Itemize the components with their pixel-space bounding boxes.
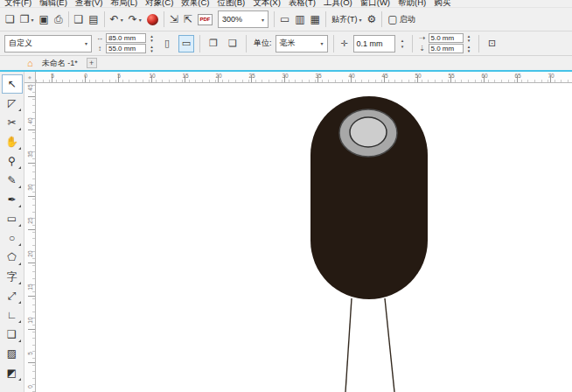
menu-item[interactable]: 购买 bbox=[434, 0, 450, 7]
document-tab[interactable]: 未命名 -1* bbox=[38, 56, 82, 70]
ruler-origin[interactable]: ⌖ bbox=[24, 72, 36, 83]
transparency-tool[interactable]: ▨ bbox=[2, 344, 23, 363]
bezier-tool[interactable]: ✒ bbox=[2, 190, 23, 209]
page-preset-combo[interactable]: 自定义 ▾ bbox=[4, 35, 92, 52]
menu-item[interactable]: 布局(L) bbox=[110, 0, 137, 7]
print-button[interactable]: ⎙ bbox=[52, 10, 66, 29]
nudge-stepper[interactable]: ▴▾ bbox=[399, 38, 407, 50]
ruler-label: 15 bbox=[169, 72, 202, 82]
export-button[interactable]: ⇱ bbox=[181, 10, 195, 29]
text-tool[interactable]: 字 bbox=[2, 267, 23, 286]
separator bbox=[274, 11, 275, 27]
menu-item[interactable]: 表格(T) bbox=[289, 0, 316, 7]
landscape-icon: ▭ bbox=[182, 38, 191, 49]
app-window: 文件(F)编辑(E)查看(V)布局(L)对象(C)效果(C)位图(B)文本(X)… bbox=[0, 0, 572, 392]
pan-tool[interactable]: ✋ bbox=[2, 132, 23, 151]
ellipse-tool[interactable]: ○ bbox=[2, 228, 23, 248]
current-page-button[interactable]: ❏ bbox=[225, 35, 241, 52]
undo-button[interactable]: ↶ ▾ bbox=[108, 10, 126, 29]
ruler-label: 10 bbox=[136, 72, 169, 82]
import-button[interactable]: ⇲ bbox=[167, 10, 181, 29]
menu-item[interactable]: 位图(B) bbox=[218, 0, 246, 7]
separator bbox=[164, 11, 164, 27]
menu-item[interactable]: 文件(F) bbox=[4, 0, 31, 7]
left-leg-line[interactable] bbox=[345, 298, 352, 392]
dimension-tool[interactable]: ⤢ bbox=[2, 286, 23, 305]
spin-down-icon: ▾ bbox=[399, 44, 407, 50]
separator bbox=[412, 35, 413, 52]
page-height-stepper[interactable]: ▴▾ bbox=[148, 45, 156, 52]
shape-tool[interactable]: ◸ bbox=[2, 94, 23, 113]
nudge-offset-field[interactable]: 0.1 mm bbox=[353, 35, 395, 52]
copy-button[interactable]: ❑ bbox=[72, 10, 87, 29]
spin-down-icon: ▾ bbox=[465, 38, 473, 43]
duplicate-y-field[interactable]: 5.0 mm bbox=[429, 44, 464, 53]
fullscreen-preview-button[interactable]: ▭ bbox=[277, 10, 292, 29]
page-height-field[interactable]: 55.0 mm bbox=[106, 44, 146, 53]
bounding-box-button[interactable]: ⊡ bbox=[485, 35, 500, 52]
fill-tool[interactable]: ◩ bbox=[2, 363, 23, 382]
menu-item[interactable]: 帮助(H) bbox=[398, 0, 426, 7]
ruler-label: 35 bbox=[302, 72, 335, 82]
connector-tool[interactable]: ∟ bbox=[2, 305, 23, 325]
duplicate-x-field[interactable]: 5.0 mm bbox=[429, 33, 464, 43]
page-width-field[interactable]: 85.0 mm bbox=[106, 33, 146, 43]
open-button[interactable]: ❐ ▾ bbox=[17, 10, 37, 29]
app-ball-button[interactable] bbox=[144, 10, 161, 29]
shadow-tool[interactable]: ❑ bbox=[2, 325, 23, 344]
launch-button[interactable]: ▢ 启动 bbox=[385, 10, 417, 29]
snap-to-dropdown[interactable]: 贴齐(T) ▾ bbox=[329, 10, 365, 29]
new-document-button[interactable]: ❏ bbox=[3, 10, 17, 29]
portrait-button[interactable]: ▯ bbox=[159, 35, 175, 52]
page-width-stepper[interactable]: ▴▾ bbox=[148, 34, 156, 42]
ruler-label: 5 bbox=[36, 72, 69, 82]
vertical-ruler[interactable]: 454035302520151050 bbox=[24, 83, 36, 392]
duplicate-x-icon: ⇢ bbox=[418, 34, 427, 42]
ruler-label: 40 bbox=[335, 72, 368, 82]
menu-item[interactable]: 对象(C) bbox=[145, 0, 173, 7]
zoom-level-combo[interactable]: 300% ▾ bbox=[218, 10, 269, 28]
save-button[interactable]: ▣ bbox=[37, 10, 52, 29]
new-tab-button[interactable]: + bbox=[87, 58, 97, 68]
home-icon[interactable]: ⌂ bbox=[27, 59, 33, 68]
paste-button[interactable]: ▤ bbox=[86, 10, 101, 29]
freehand-tool[interactable]: ✎ bbox=[2, 171, 23, 190]
pick-tool[interactable]: ↖ bbox=[2, 74, 23, 94]
spin-down-icon: ▾ bbox=[465, 49, 473, 53]
units-combo[interactable]: 毫米 ▾ bbox=[276, 35, 328, 52]
menu-item[interactable]: 效果(C) bbox=[181, 0, 209, 7]
menu-item[interactable]: 编辑(E) bbox=[39, 0, 67, 7]
crop-tool[interactable]: ✂ bbox=[2, 113, 23, 132]
property-bar: 自定义 ▾ ↔ 85.0 mm ▴▾ ↕ 55.0 mm ▴▾ ▯ ▭ ❐ ❏ … bbox=[0, 32, 572, 56]
nudge-offset-icon: ✛ bbox=[339, 38, 350, 48]
publish-pdf-button[interactable]: PDF bbox=[195, 10, 215, 29]
bounding-box-icon: ⊡ bbox=[488, 38, 496, 49]
menu-item[interactable]: 查看(V) bbox=[75, 0, 103, 7]
units-label: 单位: bbox=[254, 38, 272, 49]
landscape-button[interactable]: ▭ bbox=[178, 35, 194, 52]
zoom-tool[interactable]: ⚲ bbox=[2, 151, 23, 171]
polygon-tool[interactable]: ⬠ bbox=[2, 248, 23, 267]
menu-item[interactable]: 工具(O) bbox=[324, 0, 352, 7]
drawing-canvas[interactable] bbox=[36, 83, 572, 392]
options-button[interactable]: ⚙ bbox=[364, 10, 379, 29]
redo-button[interactable]: ↷ ▾ bbox=[126, 10, 144, 29]
show-rulers-button[interactable]: ▥ bbox=[292, 10, 307, 29]
ruler-label: 60 bbox=[468, 72, 501, 82]
show-grid-button[interactable]: ▦ bbox=[308, 10, 323, 29]
menu-item[interactable]: 文本(X) bbox=[253, 0, 281, 7]
page-size-block: ↔ 85.0 mm ▴▾ ↕ 55.0 mm ▴▾ bbox=[95, 33, 156, 53]
ruler-label: 30 bbox=[269, 72, 302, 82]
separator bbox=[104, 11, 105, 27]
duplicate-x-stepper[interactable]: ▴▾ bbox=[465, 34, 473, 42]
horizontal-ruler[interactable]: 50510152025303540455055606570 bbox=[36, 72, 572, 83]
chevron-down-icon: ▾ bbox=[321, 40, 324, 46]
right-leg-line[interactable] bbox=[385, 298, 394, 392]
inner-cap-shape[interactable] bbox=[350, 117, 387, 147]
rectangle-tool[interactable]: ▭ bbox=[2, 209, 23, 228]
menu-item[interactable]: 窗口(W) bbox=[360, 0, 390, 7]
ruler-label: 70 bbox=[534, 72, 568, 82]
all-pages-button[interactable]: ❐ bbox=[206, 35, 221, 52]
spin-down-icon: ▾ bbox=[148, 49, 156, 53]
duplicate-y-stepper[interactable]: ▴▾ bbox=[465, 45, 473, 52]
